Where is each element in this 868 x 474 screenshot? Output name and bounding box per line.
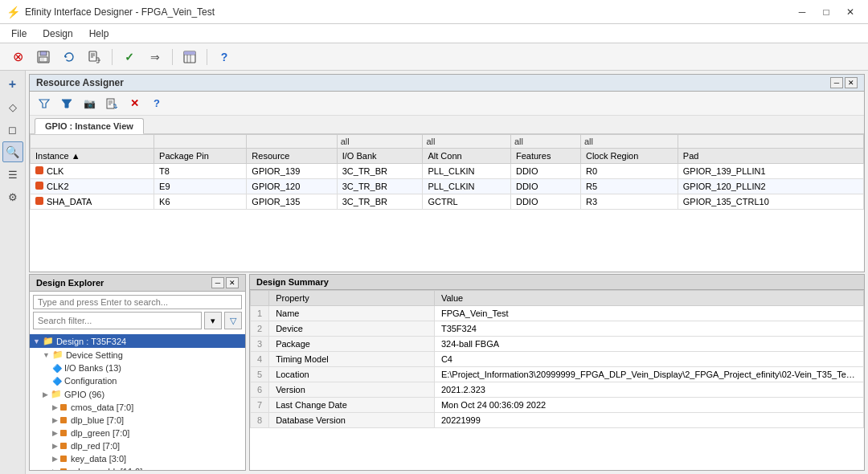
ds-row-package[interactable]: 3 Package 324-ball FBGA — [251, 337, 864, 352]
data-grid[interactable]: all all all all Instance ▲ Package Pin R… — [30, 134, 864, 272]
expand-design-icon[interactable]: ▼ — [33, 337, 40, 345]
cell-features: DDIO — [510, 194, 580, 210]
ds-prop-lastchange: Last Change Date — [269, 398, 435, 413]
add-sidebar-button[interactable]: + — [2, 74, 23, 95]
tree-item-key-data[interactable]: ▶ key_data [3:0] — [30, 452, 245, 465]
ds-row-version[interactable]: 6 Version 2021.2.323 — [251, 382, 864, 398]
settings-sidebar-button[interactable]: ⚙ — [2, 186, 23, 207]
tree-label-iobanks: I/O Banks (13) — [64, 363, 121, 373]
svg-marker-14 — [39, 100, 49, 108]
tree-item-configuration[interactable]: 🔷 Configuration — [30, 374, 245, 387]
design-summary-table-container[interactable]: Property Value 1 Name FPGA_Vein_Test 2 D… — [250, 290, 864, 470]
check-button[interactable]: ✓ — [118, 47, 141, 67]
tree-item-device-setting[interactable]: ▼ 📁 Device Setting — [30, 348, 245, 362]
rp-minimize-button[interactable]: ─ — [830, 77, 843, 88]
tab-gpio-instance[interactable]: GPIO : Instance View — [35, 118, 144, 134]
minimize-button[interactable]: ─ — [791, 3, 813, 21]
design-summary-panel: Design Summary Property Value 1 Na — [249, 274, 865, 471]
table-row[interactable]: CLK2 E9 GPIOR_120 3C_TR_BR PLL_CLKIN DDI… — [31, 179, 864, 194]
expand-gpio-icon[interactable]: ▶ — [43, 390, 48, 398]
svg-rect-4 — [89, 51, 96, 61]
ds-row-dbversion[interactable]: 8 Database Version 20221999 — [251, 413, 864, 428]
filter-apply-button[interactable]: ▽ — [224, 312, 242, 329]
design-explorer-search[interactable] — [33, 295, 242, 309]
resource-panel-title: Resource Assigner — [36, 77, 124, 88]
col-iobank: I/O Bank — [337, 149, 423, 164]
toolbar-separator-3 — [207, 49, 207, 65]
ds-row-location[interactable]: 5 Location E:\Project_Information3\20999… — [251, 367, 864, 382]
window-title: Efinity Interface Designer - FPGA_Vein_T… — [25, 6, 215, 18]
cell-pad: GPIOR_135_CTRL10 — [678, 194, 863, 210]
menu-file[interactable]: File — [3, 27, 35, 41]
cell-iobank: 3C_TR_BR — [337, 179, 423, 194]
design-explorer-filter[interactable] — [33, 312, 202, 329]
ds-rownum-2: 2 — [251, 321, 269, 337]
tree-item-gpio[interactable]: ▶ 📁 GPIO (96) — [30, 387, 245, 401]
help-rp-button[interactable]: ? — [147, 95, 166, 112]
filter-outline-button[interactable] — [35, 95, 54, 112]
cell-clock: R0 — [580, 164, 678, 179]
filter-filled-button[interactable] — [57, 95, 76, 112]
design-explorer-title: Design Explorer — [36, 278, 104, 288]
table-row[interactable]: CLK T8 GPIOR_139 3C_TR_BR PLL_CLKIN DDIO… — [31, 164, 864, 179]
expand-cmos-icon[interactable]: ▶ — [52, 403, 58, 411]
expand-device-icon[interactable]: ▼ — [43, 351, 50, 359]
de-close-button[interactable]: ✕ — [226, 277, 239, 288]
cell-instance: CLK2 — [31, 179, 154, 194]
expand-keydata-icon[interactable]: ▶ — [52, 455, 58, 463]
arrow-button[interactable]: ⇒ — [144, 47, 166, 67]
expand-dlpgreen-icon[interactable]: ▶ — [52, 429, 58, 437]
ds-prop-timing: Timing Model — [269, 352, 435, 367]
col-features: Features — [510, 149, 580, 164]
rp-close-button[interactable]: ✕ — [845, 77, 858, 88]
filter-pad — [678, 135, 863, 149]
ds-row-device[interactable]: 2 Device T35F324 — [251, 321, 864, 337]
close-button[interactable]: ✕ — [839, 3, 862, 21]
menu-help[interactable]: Help — [81, 27, 117, 41]
tree-item-dlp-red[interactable]: ▶ dlp_red [7:0] — [30, 439, 245, 452]
cell-pin: E9 — [154, 179, 247, 194]
ds-row-timing[interactable]: 4 Timing Model C4 — [251, 352, 864, 367]
tree-icon-device: 📁 — [52, 349, 63, 360]
save-button[interactable] — [32, 47, 55, 67]
expand-dlpblue-icon[interactable]: ▶ — [52, 416, 58, 424]
tree-item-sdram-addr[interactable]: ▶ sdram_addr [11:0] — [30, 465, 245, 470]
table-row[interactable]: SHA_DATA K6 GPIOR_135 3C_TR_BR GCTRL DDI… — [31, 194, 864, 210]
expand-sdram-icon[interactable]: ▶ — [52, 468, 58, 470]
expand-dlpred-icon[interactable]: ▶ — [52, 442, 58, 450]
ds-rownum-7: 7 — [251, 398, 269, 413]
maximize-button[interactable]: □ — [815, 3, 837, 21]
delete-rp-button[interactable]: ✕ — [125, 95, 144, 112]
import-rp-button[interactable] — [102, 95, 121, 112]
close-circle-button[interactable]: ⊗ — [6, 47, 29, 67]
table-button[interactable] — [178, 47, 201, 67]
ds-row-name[interactable]: 1 Name FPGA_Vein_Test — [251, 306, 864, 321]
tree-item-iobanks[interactable]: 🔷 I/O Banks (13) — [30, 362, 245, 374]
ds-row-lastchange[interactable]: 7 Last Change Date Mon Oct 24 00:36:09 2… — [251, 398, 864, 413]
export-button[interactable] — [84, 47, 106, 67]
toolbar-separator-1 — [112, 49, 113, 65]
tree-item-design[interactable]: ▼ 📁 Design : T35F324 — [30, 334, 245, 348]
tab-bar: GPIO : Instance View — [30, 116, 864, 134]
square-sidebar-button[interactable]: ◻ — [2, 119, 23, 140]
search-sidebar-button[interactable]: 🔍 — [2, 141, 23, 162]
refresh-button[interactable] — [58, 47, 80, 67]
tree-item-dlp-green[interactable]: ▶ dlp_green [7:0] — [30, 427, 245, 439]
ds-value-version: 2021.2.323 — [434, 382, 863, 398]
tree-item-dlp-blue[interactable]: ▶ dlp_blue [7:0] — [30, 414, 245, 427]
menu-design[interactable]: Design — [35, 27, 80, 41]
app-icon: ⚡ — [6, 6, 20, 18]
menu-bar: File Design Help — [0, 24, 868, 43]
ds-value-timing: C4 — [434, 352, 863, 367]
design-explorer-toolbar: ▾ ▽ — [30, 292, 245, 333]
list-sidebar-button[interactable]: ☰ — [2, 164, 23, 185]
ds-rownum-6: 6 — [251, 382, 269, 398]
de-minimize-button[interactable]: ─ — [211, 277, 224, 288]
diamond-sidebar-button[interactable]: ◇ — [2, 96, 23, 117]
camera-button[interactable]: 📷 — [80, 95, 99, 112]
design-explorer-tree: ▼ 📁 Design : T35F324 ▼ 📁 Device Setting … — [30, 333, 245, 470]
design-explorer-titlebar: Design Explorer ─ ✕ — [30, 275, 245, 292]
help-toolbar-button[interactable]: ? — [213, 47, 235, 67]
filter-dropdown-button[interactable]: ▾ — [204, 312, 222, 329]
tree-item-cmos-data[interactable]: ▶ cmos_data [7:0] — [30, 401, 245, 414]
